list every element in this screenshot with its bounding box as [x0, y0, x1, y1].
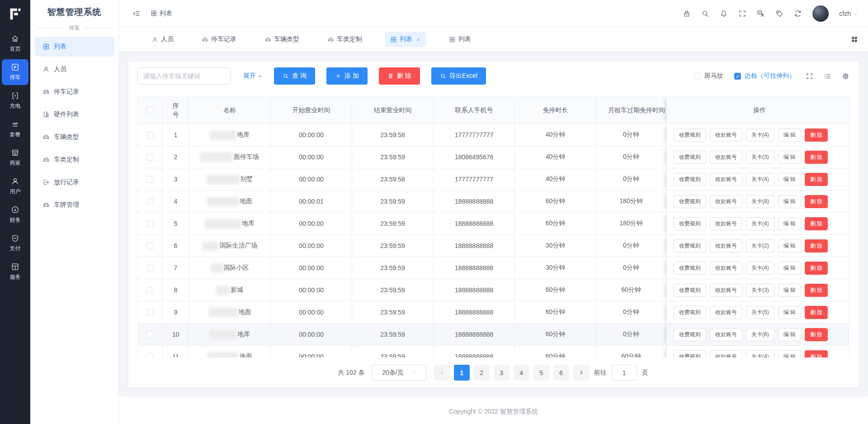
delete-button[interactable]: 删 除: [805, 195, 828, 208]
refresh-icon[interactable]: [794, 10, 802, 18]
rail-item[interactable]: 停车: [2, 59, 28, 85]
row-checkbox[interactable]: [147, 243, 154, 249]
delete-button[interactable]: 删 除: [805, 306, 828, 319]
delete-button[interactable]: 删 除: [805, 173, 828, 186]
payment-account-button[interactable]: 收款账号: [710, 239, 742, 252]
delete-button[interactable]: 删 除: [805, 129, 828, 142]
delete-button[interactable]: 删 除: [805, 350, 828, 358]
next-page-button[interactable]: [573, 365, 589, 381]
rail-item[interactable]: 商家: [2, 145, 28, 171]
payment-account-button[interactable]: 收款账号: [710, 151, 742, 164]
page-number-button[interactable]: 5: [533, 365, 549, 381]
delete-button[interactable]: 删 除: [805, 262, 828, 275]
search-icon[interactable]: [701, 10, 709, 18]
gates-button[interactable]: 关卡(4): [746, 262, 774, 275]
table-fullscreen-icon[interactable]: [806, 72, 813, 80]
edit-button[interactable]: 编 辑: [778, 129, 801, 142]
fee-rules-button[interactable]: 收费规则: [674, 262, 706, 275]
gates-button[interactable]: 关卡(3): [746, 284, 774, 297]
border-checkbox[interactable]: 边框（可拉伸列）: [734, 72, 795, 80]
toolbar-button[interactable]: 删 除: [379, 67, 420, 85]
payment-account-button[interactable]: 收款账号: [710, 195, 742, 208]
rail-item[interactable]: 服务: [2, 259, 28, 285]
row-checkbox[interactable]: [147, 331, 154, 338]
rail-item[interactable]: 首页: [2, 31, 28, 57]
toolbar-button[interactable]: 添 加: [326, 67, 368, 85]
edit-button[interactable]: 编 辑: [778, 239, 801, 252]
tabs-layout-icon[interactable]: [851, 36, 858, 43]
collapse-sidebar-icon[interactable]: [132, 10, 141, 18]
edit-button[interactable]: 编 辑: [778, 262, 801, 275]
rail-item[interactable]: 支付: [2, 230, 28, 256]
table-settings-icon[interactable]: [842, 72, 849, 80]
gates-button[interactable]: 关卡(2): [746, 239, 774, 252]
edit-button[interactable]: 编 辑: [778, 328, 801, 341]
fee-rules-button[interactable]: 收费规则: [674, 195, 706, 208]
row-checkbox[interactable]: [147, 132, 154, 138]
edit-button[interactable]: 编 辑: [778, 306, 801, 319]
fullscreen-icon[interactable]: [738, 10, 746, 18]
edit-button[interactable]: 编 辑: [778, 217, 801, 230]
user-menu[interactable]: cfzh: [839, 10, 858, 17]
gates-button[interactable]: 关卡(3): [746, 151, 774, 164]
sidebar-item[interactable]: 人员: [34, 59, 114, 79]
row-checkbox[interactable]: [147, 265, 154, 272]
payment-account-button[interactable]: 收款账号: [710, 129, 742, 142]
gates-button[interactable]: 关卡(4): [746, 129, 774, 142]
payment-account-button[interactable]: 收款账号: [710, 328, 742, 341]
fee-rules-button[interactable]: 收费规则: [674, 328, 706, 341]
row-checkbox[interactable]: [147, 287, 154, 294]
avatar[interactable]: [812, 5, 829, 22]
fee-rules-button[interactable]: 收费规则: [674, 284, 706, 297]
edit-button[interactable]: 编 辑: [778, 173, 801, 186]
page-size-select[interactable]: 20条/页: [372, 365, 427, 381]
payment-account-button[interactable]: 收款账号: [710, 173, 742, 186]
gates-button[interactable]: 关卡(8): [746, 195, 774, 208]
prev-page-button[interactable]: [434, 365, 450, 381]
tab[interactable]: 列表: [443, 32, 476, 47]
expand-toggle[interactable]: 展开: [243, 72, 262, 80]
tab[interactable]: 列表: [385, 32, 426, 47]
gates-button[interactable]: 关卡(4): [746, 217, 774, 230]
row-checkbox[interactable]: [147, 154, 154, 161]
page-number-button[interactable]: 1: [454, 365, 470, 381]
payment-account-button[interactable]: 收款账号: [710, 284, 742, 297]
page-number-button[interactable]: 6: [553, 365, 569, 381]
gates-button[interactable]: 关卡(4): [746, 173, 774, 186]
select-all-checkbox[interactable]: [147, 107, 154, 114]
lock-icon[interactable]: [683, 10, 691, 18]
translate-icon[interactable]: [757, 10, 765, 18]
delete-button[interactable]: 删 除: [805, 328, 828, 341]
rail-item[interactable]: 充电: [2, 88, 28, 114]
row-checkbox[interactable]: [147, 176, 154, 183]
sidebar-item[interactable]: 车牌管理: [34, 195, 114, 215]
sidebar-item[interactable]: 硬件列表: [34, 105, 114, 124]
sidebar-item[interactable]: 车辆类型: [34, 127, 114, 147]
fee-rules-button[interactable]: 收费规则: [674, 151, 706, 164]
delete-button[interactable]: 删 除: [805, 217, 828, 230]
gates-button[interactable]: 关卡(6): [746, 328, 774, 341]
zebra-checkbox[interactable]: 斑马纹: [694, 72, 723, 80]
fee-rules-button[interactable]: 收费规则: [674, 217, 706, 230]
tab[interactable]: 人员: [146, 32, 179, 47]
rail-item[interactable]: 财务: [2, 202, 28, 228]
payment-account-button[interactable]: 收款账号: [710, 217, 742, 230]
delete-button[interactable]: 删 除: [805, 151, 828, 164]
edit-button[interactable]: 编 辑: [778, 284, 801, 297]
fee-rules-button[interactable]: 收费规则: [674, 350, 706, 358]
fee-rules-button[interactable]: 收费规则: [674, 306, 706, 319]
sidebar-item[interactable]: 停车记录: [34, 82, 114, 102]
gates-button[interactable]: 关卡(5): [746, 306, 774, 319]
toolbar-button[interactable]: 查 询: [274, 67, 315, 85]
rail-item[interactable]: 用户: [2, 173, 28, 199]
fee-rules-button[interactable]: 收费规则: [674, 173, 706, 186]
tab[interactable]: 停车记录: [196, 32, 242, 47]
delete-button[interactable]: 删 除: [805, 284, 828, 297]
bell-icon[interactable]: [720, 10, 728, 18]
payment-account-button[interactable]: 收款账号: [710, 262, 742, 275]
sidebar-item[interactable]: 列表: [34, 37, 114, 57]
table-columns-icon[interactable]: [824, 72, 831, 80]
payment-account-button[interactable]: 收款账号: [710, 306, 742, 319]
page-number-button[interactable]: 3: [494, 365, 509, 381]
goto-page-input[interactable]: [612, 365, 637, 381]
